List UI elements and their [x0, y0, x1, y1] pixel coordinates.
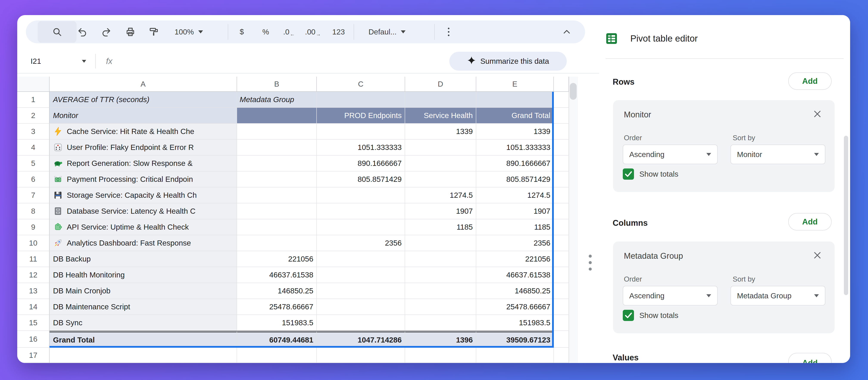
cell-A9[interactable]: API Service: Uptime & Health Check — [50, 219, 237, 235]
cell-C9[interactable] — [317, 219, 405, 235]
column-header-clipped[interactable] — [554, 77, 569, 92]
row-header-5[interactable]: 5 — [17, 156, 50, 171]
cell-F11[interactable] — [554, 251, 569, 267]
row-header-8[interactable]: 8 — [17, 203, 50, 219]
cell-D1[interactable] — [405, 92, 476, 108]
sheet-scrollbar-track[interactable] — [569, 77, 578, 363]
collapse-toolbar-icon[interactable] — [562, 27, 572, 37]
cell-F7[interactable] — [554, 187, 569, 203]
undo-icon[interactable] — [78, 27, 88, 37]
cell-E10[interactable]: 2356 — [476, 235, 554, 251]
cell-D14[interactable] — [405, 299, 476, 315]
sort-by-select[interactable]: Monitor — [731, 145, 825, 164]
cell-D6[interactable] — [405, 171, 476, 187]
cell-A17[interactable] — [50, 348, 237, 363]
cell-E13[interactable]: 146850.25 — [476, 283, 554, 299]
cell-F12[interactable] — [554, 267, 569, 283]
cell-C5[interactable]: 890.1666667 — [317, 156, 405, 171]
cell-F9[interactable] — [554, 219, 569, 235]
percent-format-button[interactable]: % — [262, 28, 269, 36]
summarize-data-button[interactable]: Summarize this data — [449, 52, 567, 71]
cell-B7[interactable] — [237, 187, 317, 203]
cell-E7[interactable]: 1274.5 — [476, 187, 554, 203]
cell-B16[interactable]: 60749.44681 — [237, 331, 317, 348]
row-header-7[interactable]: 7 — [17, 187, 50, 203]
cell-D17[interactable] — [405, 348, 476, 363]
cell-A12[interactable]: DB Health Monitoring — [50, 267, 237, 283]
cell-C2[interactable]: PROD Endpoints — [317, 108, 405, 124]
cell-E2[interactable]: Grand Total — [476, 108, 554, 124]
cell-E14[interactable]: 25478.66667 — [476, 299, 554, 315]
currency-format-button[interactable]: $ — [240, 28, 244, 36]
decrease-decimal-button[interactable]: .0← — [283, 28, 295, 36]
cell-B4[interactable] — [237, 139, 317, 156]
cell-D13[interactable] — [405, 283, 476, 299]
row-header-12[interactable]: 12 — [17, 267, 50, 283]
cell-C4[interactable]: 1051.333333 — [317, 139, 405, 156]
order-select[interactable]: Ascending — [623, 145, 718, 164]
number-format-button[interactable]: 123 — [332, 28, 345, 36]
cell-F1[interactable] — [554, 92, 569, 108]
row-header-3[interactable]: 3 — [17, 124, 50, 139]
cell-E16[interactable]: 39509.67123 — [476, 331, 554, 348]
cell-F10[interactable] — [554, 235, 569, 251]
cell-A3[interactable]: Cache Service: Hit Rate & Health Che — [50, 124, 237, 139]
cell-D10[interactable] — [405, 235, 476, 251]
cell-B15[interactable]: 151983.5 — [237, 315, 317, 331]
cell-C6[interactable]: 805.8571429 — [317, 171, 405, 187]
cell-B13[interactable]: 146850.25 — [237, 283, 317, 299]
cell-F4[interactable] — [554, 139, 569, 156]
sheet-scrollbar-thumb[interactable] — [570, 83, 577, 100]
cell-C16[interactable]: 1047.714286 — [317, 331, 405, 348]
cell-F13[interactable] — [554, 283, 569, 299]
cell-A5[interactable]: Report Generation: Slow Response & — [50, 156, 237, 171]
cell-E6[interactable]: 805.8571429 — [476, 171, 554, 187]
cell-E4[interactable]: 1051.333333 — [476, 139, 554, 156]
cell-D7[interactable]: 1274.5 — [405, 187, 476, 203]
cell-B2[interactable] — [237, 108, 317, 124]
cell-F5[interactable] — [554, 156, 569, 171]
cell-B12[interactable]: 46637.61538 — [237, 267, 317, 283]
row-header-16[interactable]: 16 — [17, 331, 50, 348]
sort-by-select[interactable]: Metadata Group — [731, 286, 825, 306]
cell-B6[interactable] — [237, 171, 317, 187]
cell-A14[interactable]: DB Maintenance Script — [50, 299, 237, 315]
search-icon[interactable] — [52, 27, 62, 37]
column-header-E[interactable]: E — [476, 77, 554, 92]
cell-B10[interactable] — [237, 235, 317, 251]
cell-A2[interactable]: Monitor — [50, 108, 237, 124]
name-box[interactable]: I21 — [31, 50, 41, 73]
select-all-corner[interactable] — [17, 77, 50, 92]
name-box-caret-icon[interactable] — [82, 50, 86, 73]
panel-drag-handle[interactable] — [589, 255, 592, 271]
cell-C3[interactable] — [317, 124, 405, 139]
cell-E1[interactable] — [476, 92, 554, 108]
cell-D4[interactable] — [405, 139, 476, 156]
cell-A6[interactable]: Payment Processing: Critical Endpoin — [50, 171, 237, 187]
row-header-17[interactable]: 17 — [17, 348, 50, 363]
cell-E5[interactable]: 890.1666667 — [476, 156, 554, 171]
cell-C15[interactable] — [317, 315, 405, 331]
column-header-B[interactable]: B — [237, 77, 317, 92]
cell-A1[interactable]: AVERAGE of TTR (seconds) — [50, 92, 237, 108]
cell-A10[interactable]: Analytics Dashboard: Fast Response — [50, 235, 237, 251]
row-header-9[interactable]: 9 — [17, 219, 50, 235]
cell-C14[interactable] — [317, 299, 405, 315]
close-icon[interactable] — [813, 251, 822, 261]
cell-D12[interactable] — [405, 267, 476, 283]
row-header-10[interactable]: 10 — [17, 235, 50, 251]
cell-A13[interactable]: DB Main Cronjob — [50, 283, 237, 299]
cell-A16[interactable]: Grand Total — [50, 331, 237, 348]
theme-select[interactable]: Defaul... — [369, 21, 406, 43]
show-totals-checkbox[interactable] — [623, 168, 634, 180]
cell-C11[interactable] — [317, 251, 405, 267]
cell-E12[interactable]: 46637.61538 — [476, 267, 554, 283]
rows-add-button[interactable]: Add — [788, 72, 832, 90]
cell-F6[interactable] — [554, 171, 569, 187]
columns-add-button[interactable]: Add — [788, 213, 832, 230]
zoom-select[interactable]: 100% — [175, 21, 203, 43]
print-icon[interactable] — [125, 27, 135, 37]
row-header-6[interactable]: 6 — [17, 171, 50, 187]
cell-D2[interactable]: Service Health — [405, 108, 476, 124]
row-header-1[interactable]: 1 — [17, 92, 50, 108]
